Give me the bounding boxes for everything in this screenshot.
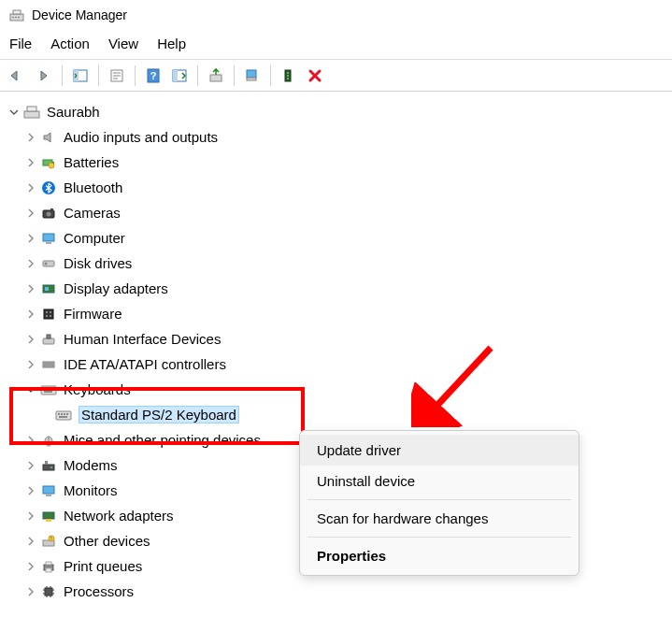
chevron-right-icon[interactable] xyxy=(24,434,37,447)
svg-rect-56 xyxy=(64,413,65,415)
tree-root[interactable]: Saurabh xyxy=(4,99,668,124)
menu-view[interactable]: View xyxy=(108,36,138,51)
camera-icon xyxy=(39,205,58,222)
chevron-right-icon[interactable] xyxy=(24,232,37,245)
tree-category[interactable]: Batteries xyxy=(4,150,668,175)
audio-icon xyxy=(39,129,58,146)
svg-text:?: ? xyxy=(150,70,157,81)
computer-icon xyxy=(22,104,41,121)
mouse-icon xyxy=(39,432,58,449)
context-menu-scan-hardware[interactable]: Scan for hardware changes xyxy=(300,503,579,534)
tree-category[interactable]: Human Interface Devices xyxy=(4,326,668,352)
chevron-right-icon[interactable] xyxy=(24,181,37,194)
chevron-right-icon[interactable] xyxy=(24,358,37,371)
tree-device-standard-keyboard[interactable]: Standard PS/2 Keyboard xyxy=(4,402,668,427)
chevron-right-icon[interactable] xyxy=(24,308,37,321)
tree-category[interactable]: Computer xyxy=(4,225,668,251)
tree-item-label: Cameras xyxy=(64,205,121,221)
tree-item-label: Processors xyxy=(64,583,134,599)
app-icon xyxy=(9,7,24,22)
bluetooth-icon xyxy=(39,179,58,196)
svg-point-2 xyxy=(12,17,14,19)
chevron-right-icon[interactable] xyxy=(24,535,37,548)
svg-rect-36 xyxy=(45,287,49,291)
printer-icon xyxy=(39,558,58,575)
tree-category-keyboards[interactable]: Keyboards xyxy=(4,377,668,402)
svg-rect-72 xyxy=(46,562,51,565)
tree-item-label: Batteries xyxy=(64,154,119,170)
chevron-right-icon[interactable] xyxy=(24,484,37,497)
svg-rect-61 xyxy=(43,465,54,470)
show-hide-tree-button[interactable] xyxy=(68,64,93,88)
back-button[interactable] xyxy=(6,64,30,88)
help-button[interactable]: ? xyxy=(141,64,165,88)
chevron-right-icon[interactable] xyxy=(24,509,37,523)
menubar: File Action View Help xyxy=(0,30,672,60)
uninstall-button[interactable] xyxy=(240,64,265,88)
svg-rect-51 xyxy=(51,388,53,390)
svg-rect-38 xyxy=(46,311,48,313)
tree-category[interactable]: Firmware xyxy=(4,301,668,326)
tree-item-label: Network adapters xyxy=(64,508,174,524)
svg-point-20 xyxy=(287,75,289,77)
add-driver-button[interactable] xyxy=(277,64,301,88)
chevron-right-icon[interactable] xyxy=(24,257,37,270)
tree-item-label: Computer xyxy=(64,230,125,246)
chevron-right-icon[interactable] xyxy=(24,156,37,169)
svg-rect-14 xyxy=(173,70,178,81)
tree-category[interactable]: Disk drives xyxy=(4,251,668,276)
other-devices-icon: ! xyxy=(39,533,58,550)
keyboard-icon xyxy=(54,407,73,423)
svg-rect-64 xyxy=(43,486,54,494)
svg-rect-43 xyxy=(47,335,50,338)
tree-item-label: Standard PS/2 Keyboard xyxy=(79,406,239,423)
chevron-right-icon[interactable] xyxy=(24,282,37,295)
chevron-right-icon[interactable] xyxy=(24,207,37,220)
tree-category[interactable]: Cameras xyxy=(4,200,668,225)
tree-category[interactable]: IDE ATA/ATAPI controllers xyxy=(4,352,668,377)
hid-icon xyxy=(39,331,58,348)
chevron-down-icon[interactable] xyxy=(7,106,21,119)
svg-point-29 xyxy=(47,211,51,216)
svg-rect-54 xyxy=(58,413,60,415)
svg-point-34 xyxy=(45,262,48,265)
svg-point-19 xyxy=(287,72,289,74)
context-menu-separator xyxy=(307,499,571,500)
tree-item-label: Human Interface Devices xyxy=(64,331,221,347)
svg-rect-0 xyxy=(10,14,23,21)
context-menu-update-driver[interactable]: Update driver xyxy=(300,435,579,466)
monitor-icon xyxy=(39,230,58,247)
svg-rect-31 xyxy=(43,234,54,241)
remove-button[interactable] xyxy=(303,64,327,88)
context-menu-uninstall-device[interactable]: Uninstall device xyxy=(300,466,579,496)
tree-category[interactable]: Processors xyxy=(4,579,668,604)
disk-icon xyxy=(39,255,58,272)
ide-icon xyxy=(39,356,58,373)
tree-item-label: Mice and other pointing devices xyxy=(64,432,261,448)
tree-category[interactable]: Display adapters xyxy=(4,276,668,301)
menu-help[interactable]: Help xyxy=(157,36,186,51)
svg-rect-53 xyxy=(56,411,71,420)
update-driver-button[interactable] xyxy=(204,64,228,88)
context-menu-properties[interactable]: Properties xyxy=(300,540,579,571)
svg-rect-58 xyxy=(59,416,67,418)
tree-item-label: Keyboards xyxy=(64,381,131,397)
menu-file[interactable]: File xyxy=(9,36,32,51)
chevron-right-icon[interactable] xyxy=(24,131,37,144)
tree-category[interactable]: Bluetooth xyxy=(4,175,668,200)
chevron-right-icon[interactable] xyxy=(24,585,37,598)
chevron-right-icon[interactable] xyxy=(24,560,37,573)
menu-action[interactable]: Action xyxy=(50,36,90,51)
chevron-right-icon[interactable] xyxy=(24,333,37,346)
svg-rect-17 xyxy=(247,78,256,80)
window-title: Device Manager xyxy=(32,7,127,22)
svg-rect-32 xyxy=(46,242,51,244)
svg-rect-40 xyxy=(46,315,48,317)
chevron-down-icon[interactable] xyxy=(24,383,37,396)
scan-button[interactable] xyxy=(167,64,192,88)
svg-point-21 xyxy=(287,78,289,79)
tree-category[interactable]: Audio inputs and outputs xyxy=(4,124,668,150)
forward-button[interactable] xyxy=(32,64,56,88)
chevron-right-icon[interactable] xyxy=(24,459,37,472)
properties-button[interactable] xyxy=(105,64,129,88)
